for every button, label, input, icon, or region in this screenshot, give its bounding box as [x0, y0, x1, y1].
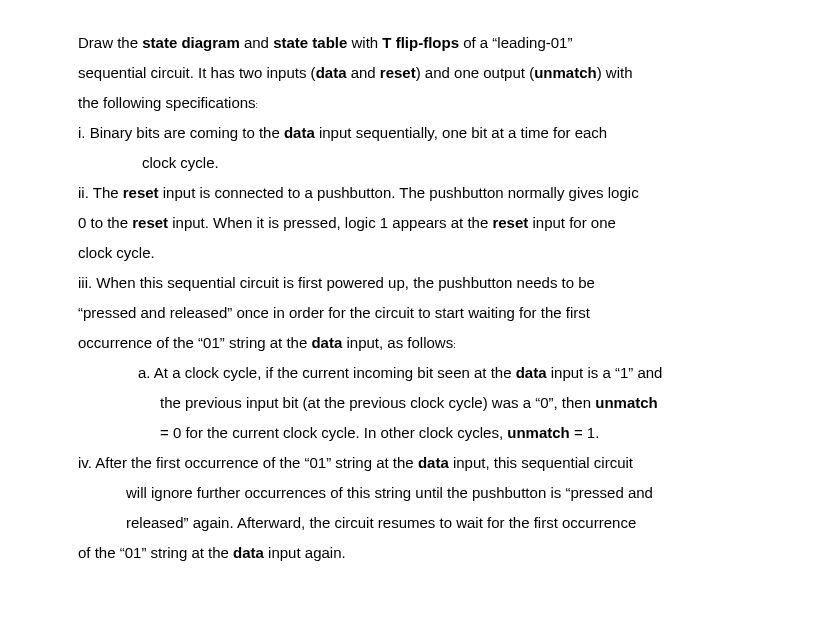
spec-i-line2: clock cycle.: [78, 148, 789, 178]
text: Draw the: [78, 34, 142, 51]
text: i. Binary bits are coming to the: [78, 124, 284, 141]
text: and: [240, 34, 273, 51]
text: of the “01” string at the: [78, 544, 233, 561]
paragraph-intro-line2: sequential circuit. It has two inputs (d…: [78, 58, 789, 88]
bold-reset: reset: [380, 64, 416, 81]
spec-iii-line2: “pressed and released” once in order for…: [78, 298, 789, 328]
text: iv. After the first occurrence of the “0…: [78, 454, 418, 471]
bold-data: data: [516, 364, 547, 381]
spec-ii-line3: clock cycle.: [78, 238, 789, 268]
bold-data: data: [311, 334, 342, 351]
bold-data: data: [284, 124, 315, 141]
text: clock cycle.: [78, 244, 155, 261]
spec-iv-line3: released” again. Afterward, the circuit …: [78, 508, 789, 538]
bold-data: data: [418, 454, 449, 471]
text: will ignore further occurrences of this …: [126, 484, 653, 501]
text: 0 to the: [78, 214, 132, 231]
document-body: Draw the state diagram and state table w…: [78, 28, 789, 568]
bold-data: data: [316, 64, 347, 81]
text: the previous input bit (at the previous …: [160, 394, 595, 411]
bold-t-flip-flops: T flip-flops: [382, 34, 459, 51]
text: of a “leading-01”: [459, 34, 572, 51]
text: released” again. Afterward, the circuit …: [126, 514, 636, 531]
text: clock cycle.: [142, 154, 219, 171]
text: and: [346, 64, 379, 81]
spec-iii-a-line1: a. At a clock cycle, if the current inco…: [78, 358, 789, 388]
bold-unmatch: unmatch: [595, 394, 658, 411]
text: input is connected to a pushbutton. The …: [159, 184, 639, 201]
spec-ii-line1: ii. The reset input is connected to a pu…: [78, 178, 789, 208]
text: input. When it is pressed, logic 1 appea…: [168, 214, 492, 231]
spec-iv-line2: will ignore further occurrences of this …: [78, 478, 789, 508]
bold-reset: reset: [123, 184, 159, 201]
spec-ii-line2: 0 to the reset input. When it is pressed…: [78, 208, 789, 238]
spec-iii-a-line2: the previous input bit (at the previous …: [78, 388, 789, 418]
text: sequential circuit. It has two inputs (: [78, 64, 316, 81]
text: iii. When this sequential circuit is fir…: [78, 274, 595, 291]
bold-reset: reset: [492, 214, 528, 231]
spec-iii-line3: occurrence of the “01” string at the dat…: [78, 328, 789, 358]
colon-icon: :: [256, 100, 259, 110]
spec-iii-a-line3: = 0 for the current clock cycle. In othe…: [78, 418, 789, 448]
spec-iv-line4: of the “01” string at the data input aga…: [78, 538, 789, 568]
bold-unmatch: unmatch: [534, 64, 597, 81]
spec-i-line1: i. Binary bits are coming to the data in…: [78, 118, 789, 148]
text: input again.: [264, 544, 346, 561]
bold-state-table: state table: [273, 34, 347, 51]
bold-state-diagram: state diagram: [142, 34, 240, 51]
text: the following specifications: [78, 94, 256, 111]
text: input, this sequential circuit: [449, 454, 633, 471]
bold-data: data: [233, 544, 264, 561]
text: input is a “1” and: [547, 364, 663, 381]
text: ii. The: [78, 184, 123, 201]
text: = 0 for the current clock cycle. In othe…: [160, 424, 507, 441]
text: = 1.: [570, 424, 600, 441]
spec-iv-line1: iv. After the first occurrence of the “0…: [78, 448, 789, 478]
text: with: [347, 34, 382, 51]
bold-reset: reset: [132, 214, 168, 231]
text: “pressed and released” once in order for…: [78, 304, 590, 321]
text: a. At a clock cycle, if the current inco…: [138, 364, 516, 381]
bold-unmatch: unmatch: [507, 424, 570, 441]
text: ) with: [597, 64, 633, 81]
text: input for one: [528, 214, 616, 231]
text: input, as follows: [342, 334, 453, 351]
paragraph-intro-line3: the following specifications:: [78, 88, 789, 118]
paragraph-intro-line1: Draw the state diagram and state table w…: [78, 28, 789, 58]
colon-icon: :: [453, 340, 456, 350]
text: ) and one output (: [416, 64, 534, 81]
text: occurrence of the “01” string at the: [78, 334, 311, 351]
spec-iii-line1: iii. When this sequential circuit is fir…: [78, 268, 789, 298]
text: input sequentially, one bit at a time fo…: [315, 124, 607, 141]
